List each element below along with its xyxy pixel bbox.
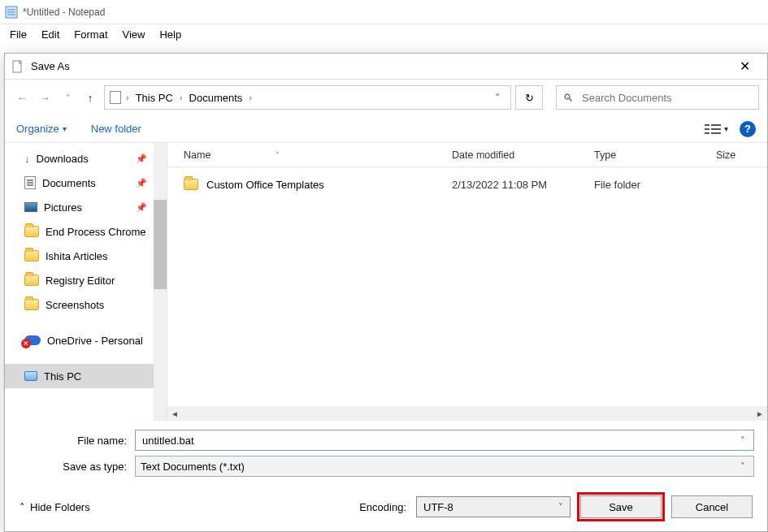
file-name-label: File name: [13, 435, 135, 447]
location-icon [110, 91, 121, 104]
tree-item-this-pc[interactable]: This PC [5, 364, 167, 388]
file-name-combo[interactable]: ˅ [135, 430, 754, 451]
svg-rect-5 [705, 124, 709, 126]
folder-icon [24, 275, 39, 286]
breadcrumb-this-pc[interactable]: This PC [134, 92, 175, 104]
tree-item-onedrive[interactable]: ✕OneDrive - Personal [5, 328, 167, 353]
tree-item-documents[interactable]: Documents📌 [5, 171, 167, 195]
horizontal-scrollbar[interactable]: ◄ ► [167, 406, 767, 421]
tree-label: Ishita Articles [46, 250, 108, 262]
chevron-down-icon[interactable]: ˅ [737, 435, 748, 446]
chevron-down-icon: ▾ [63, 124, 67, 133]
svg-rect-8 [711, 124, 721, 126]
tree-item-downloads[interactable]: ↓Downloads📌 [5, 146, 167, 171]
tree-item-folder[interactable]: Ishita Articles [5, 244, 167, 268]
menu-help[interactable]: Help [153, 27, 188, 42]
cancel-button[interactable]: Cancel [671, 495, 753, 518]
tree-scroll-thumb[interactable] [154, 200, 167, 289]
pin-icon: 📌 [136, 154, 147, 164]
menu-view[interactable]: View [116, 27, 152, 42]
view-options-icon[interactable]: ▾ [705, 123, 728, 135]
notepad-title: *Untitled - Notepad [23, 6, 105, 18]
folder-icon [24, 250, 39, 262]
file-name-input[interactable] [141, 434, 737, 448]
folder-icon [184, 179, 198, 190]
close-button[interactable]: ✕ [728, 60, 761, 73]
hide-folders-button[interactable]: ˄ Hide Folders [20, 501, 90, 513]
chevron-right-icon: › [126, 93, 129, 102]
address-dropdown-icon[interactable]: ˅ [490, 92, 505, 104]
encoding-label: Encoding: [359, 501, 406, 513]
tree-label: Documents [42, 177, 96, 189]
dialog-titlebar: Save As ✕ [5, 54, 767, 80]
file-list: Custom Office Templates 2/13/2022 11:08 … [167, 167, 767, 406]
search-icon: 🔍︎ [563, 92, 574, 104]
col-size[interactable]: Size [716, 149, 767, 161]
pc-icon [24, 371, 37, 381]
svg-rect-10 [711, 132, 721, 134]
main-area: ↓Downloads📌 Documents📌 Pictures📌 End Pro… [5, 143, 767, 421]
dialog-icon [11, 60, 24, 73]
toolbar: Organize▾ New folder ▾ ? [5, 115, 767, 143]
notepad-titlebar: *Untitled - Notepad [0, 0, 768, 24]
tree-label: OneDrive - Personal [47, 335, 143, 347]
hide-folders-label: Hide Folders [30, 501, 90, 513]
tree-item-folder[interactable]: End Process Chrome [5, 219, 167, 244]
tree-item-folder[interactable]: Screenshots [5, 292, 167, 317]
sort-asc-icon: ˄ [276, 151, 280, 159]
chevron-up-icon: ˄ [20, 501, 25, 513]
dialog-title: Save As [31, 60, 728, 72]
tree-item-folder[interactable]: Registry Editor [5, 268, 167, 292]
chevron-right-icon: › [180, 93, 183, 102]
save-type-label: Save as type: [13, 461, 135, 473]
col-type[interactable]: Type [594, 149, 716, 161]
file-date: 2/13/2022 11:08 PM [452, 179, 594, 191]
file-type: File folder [594, 179, 716, 191]
search-box[interactable]: 🔍︎ [556, 85, 759, 110]
tree-item-pictures[interactable]: Pictures📌 [5, 195, 167, 219]
file-row[interactable]: Custom Office Templates 2/13/2022 11:08 … [184, 172, 767, 197]
tree-label: This PC [44, 370, 81, 383]
scroll-left-icon[interactable]: ◄ [167, 409, 182, 418]
save-type-value: Text Documents (*.txt) [141, 461, 737, 473]
tree-label: Screenshots [46, 299, 104, 311]
filename-fields: File name: ˅ Save as type: Text Document… [5, 421, 767, 482]
pin-icon: 📌 [136, 178, 147, 188]
menu-edit[interactable]: Edit [35, 27, 66, 42]
tree-label: Downloads [37, 153, 89, 165]
scroll-right-icon[interactable]: ► [753, 409, 767, 418]
svg-rect-7 [705, 132, 709, 134]
file-content: Name˄ Date modified Type Size Custom Off… [167, 143, 767, 421]
menu-format[interactable]: Format [67, 27, 114, 42]
encoding-combo[interactable]: UTF-8 ˅ [416, 496, 571, 517]
nav-forward-icon: → [36, 89, 54, 106]
pin-icon: 📌 [136, 202, 147, 213]
refresh-button[interactable]: ↻ [515, 85, 543, 110]
svg-rect-6 [705, 128, 709, 130]
encoding-value: UTF-8 [423, 501, 453, 513]
new-folder-button[interactable]: New folder [91, 123, 141, 135]
nav-up-icon[interactable]: ↑ [81, 89, 99, 106]
address-bar[interactable]: › This PC › Documents › ˅ [104, 85, 511, 110]
search-input[interactable] [580, 91, 752, 105]
notepad-menubar: File Edit Format View Help [0, 24, 768, 44]
menu-file[interactable]: File [3, 27, 33, 42]
chevron-down-icon[interactable]: ˅ [558, 502, 563, 513]
help-icon[interactable]: ? [740, 121, 756, 137]
chevron-right-icon: › [249, 93, 252, 102]
download-icon: ↓ [24, 153, 30, 165]
save-type-combo[interactable]: Text Documents (*.txt) ˅ [135, 456, 754, 477]
breadcrumb-documents[interactable]: Documents [188, 92, 245, 104]
notepad-app-icon [5, 6, 18, 19]
organize-button[interactable]: Organize▾ [16, 123, 67, 135]
file-name: Custom Office Templates [206, 179, 324, 191]
nav-recent-icon[interactable]: ˅ [59, 89, 76, 106]
save-button[interactable]: Save [580, 495, 662, 518]
nav-tree: ↓Downloads📌 Documents📌 Pictures📌 End Pro… [5, 143, 167, 421]
col-date[interactable]: Date modified [452, 149, 594, 161]
nav-back-icon[interactable]: ← [13, 89, 31, 106]
nav-row: ← → ˅ ↑ › This PC › Documents › ˅ ↻ 🔍︎ [5, 80, 767, 115]
col-name[interactable]: Name˄ [184, 149, 452, 161]
chevron-down-icon[interactable]: ˅ [737, 461, 748, 472]
folder-icon [24, 299, 39, 310]
